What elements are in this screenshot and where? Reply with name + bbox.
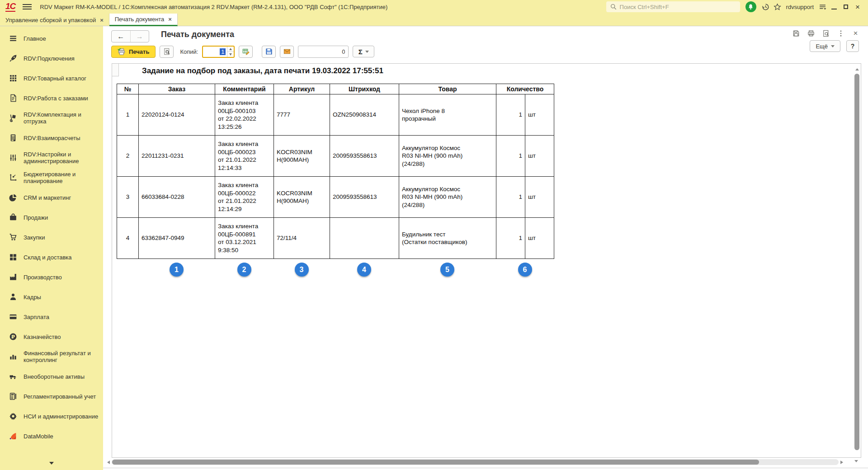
scroll-down-icon[interactable]: [854, 460, 858, 464]
chart-axis-icon: [9, 174, 17, 182]
cell-product: Аккумулятор Космос R03 NI-MH (900 mAh) (…: [399, 177, 496, 218]
cell-qty: 1: [496, 177, 525, 218]
history-icon[interactable]: [760, 1, 772, 12]
col-product: Товар: [399, 84, 496, 94]
horizontal-scrollbar[interactable]: [105, 459, 845, 465]
send-mail-button[interactable]: [280, 46, 294, 58]
vertical-scroll-thumb[interactable]: [854, 74, 859, 450]
sidebar-item-assets[interactable]: Внеоборотные активы: [0, 367, 103, 386]
cell-order: 66033684-0228: [139, 177, 215, 218]
sidebar-item-rdv-shipping[interactable]: RDV:Комплектация и отгрузка: [0, 108, 103, 128]
sidebar-item-rdv-catalog[interactable]: RDV:Товарный каталог: [0, 68, 103, 88]
cell-unit: шт: [525, 136, 554, 177]
cell-num: 4: [117, 218, 139, 259]
sidebar-scroll-down-button[interactable]: [0, 460, 103, 470]
cell-comment: Заказ клиента 00ЦБ-000891 от 03.12.2021 …: [215, 218, 274, 259]
sidebar-item-purchases[interactable]: Закупки: [0, 227, 103, 247]
printer-icon: [118, 48, 125, 56]
more-button[interactable]: Ещё: [810, 40, 840, 52]
main-menu-button[interactable]: [23, 4, 32, 9]
tab-print-document[interactable]: Печать документа ×: [109, 14, 178, 26]
sidebar-item-regulated[interactable]: Регламентированный учет: [0, 386, 103, 406]
factory-icon: [9, 273, 17, 281]
sidebar-item-salary[interactable]: Зарплата: [0, 307, 103, 327]
cell-comment: Заказ клиента 00ЦБ-000023 от 21.01.2022 …: [215, 136, 274, 177]
grid-icon: [9, 74, 17, 82]
vertical-scrollbar[interactable]: [854, 65, 860, 456]
sidebar-item-sales[interactable]: Продажи: [0, 207, 103, 227]
sidebar-item-treasury[interactable]: РКазначейство: [0, 327, 103, 347]
form-window-icons: ×: [790, 28, 862, 38]
sidebar-item-production[interactable]: Производство: [0, 267, 103, 287]
current-user[interactable]: rdvsupport: [786, 4, 814, 10]
table-row: 3 66033684-0228 Заказ клиента 00ЦБ-00002…: [117, 177, 554, 218]
table-header-row: № Заказ Комментарий Артикул Штрихкод Тов…: [117, 84, 554, 94]
search-input[interactable]: [620, 4, 736, 10]
scroll-up-icon[interactable]: [855, 66, 859, 70]
sidebar-item-budgeting[interactable]: Бюджетирование и планирование: [0, 168, 103, 188]
stepper-down-icon[interactable]: [227, 52, 234, 57]
table-settings-button[interactable]: [239, 46, 253, 58]
more-help-group: Ещё ?: [810, 40, 859, 52]
badge-5: 5: [440, 263, 454, 277]
stepper-up-icon[interactable]: [227, 47, 234, 52]
sidebar-item-datamobile[interactable]: DataMobile: [0, 426, 103, 446]
help-button[interactable]: ?: [846, 40, 859, 52]
sidebar-item-rdv-connections[interactable]: RDV:Подключения: [0, 48, 103, 68]
scroll-left-icon[interactable]: [105, 461, 110, 464]
table-row: 1 22020124-0124 Заказ клиента 00ЦБ-00010…: [117, 94, 554, 136]
preview-icon[interactable]: [820, 28, 832, 38]
chevron-down-icon: [831, 45, 835, 49]
tab-assembly-management[interactable]: Управление сборкой и упаковкой ×: [0, 14, 109, 26]
app-title: RDV Маркет RM-KA-MODEL / 1С:Комплексная …: [40, 4, 387, 10]
rocket-icon: [9, 54, 17, 62]
cell-num: 1: [117, 94, 139, 136]
tab-close-icon[interactable]: ×: [168, 16, 172, 23]
badge-1: 1: [170, 263, 184, 277]
sidebar-item-main[interactable]: Главное: [0, 28, 103, 48]
sidebar-item-finresult[interactable]: Финансовый результат и контроллинг: [0, 347, 103, 367]
sidebar-item-nsi[interactable]: НСИ и администрирование: [0, 406, 103, 426]
sidebar-item-crm[interactable]: CRM и маркетинг: [0, 188, 103, 207]
print-button[interactable]: Печать: [111, 46, 156, 58]
global-search[interactable]: [606, 1, 740, 12]
save-document-button[interactable]: [262, 46, 276, 58]
cell-article: KOCR03NIM H(900MAH): [274, 136, 330, 177]
tab-close-icon[interactable]: ×: [100, 17, 104, 24]
close-form-icon[interactable]: ×: [849, 28, 862, 38]
save-icon[interactable]: [790, 28, 802, 38]
back-button[interactable]: ←: [112, 31, 130, 42]
sidebar-item-rdv-admin[interactable]: RDV:Настройки и администрирование: [0, 148, 103, 168]
favorites-star-icon[interactable]: [772, 1, 783, 12]
scroll-right-icon[interactable]: [840, 461, 845, 464]
copies-stepper[interactable]: 1: [202, 46, 235, 58]
print-preview-button[interactable]: [160, 46, 174, 58]
restore-window-button[interactable]: [840, 1, 852, 12]
truck-icon: [9, 372, 17, 381]
badge-3: 3: [295, 263, 309, 277]
spreadsheet-document[interactable]: Задание на подбор под заказы, дата печат…: [112, 63, 861, 458]
sidebar-item-rdv-settlements[interactable]: RDV:Взаиморасчеты: [0, 128, 103, 148]
forward-button[interactable]: →: [130, 31, 149, 42]
print-icon[interactable]: [805, 28, 817, 38]
sum-button[interactable]: Σ: [353, 46, 374, 57]
notifications-icon[interactable]: [745, 1, 756, 12]
close-window-button[interactable]: ×: [852, 1, 863, 12]
cell-comment: Заказ клиента 00ЦБ-000022 от 21.01.2022 …: [215, 177, 274, 218]
cell-order: 63362847-0949: [139, 218, 215, 259]
svg-text:Р: Р: [11, 334, 15, 340]
sidebar-item-warehouse[interactable]: Склад и доставка: [0, 247, 103, 267]
minimize-window-button[interactable]: [828, 1, 840, 12]
ruble-icon: Р: [9, 333, 17, 341]
service-menu-icon[interactable]: [816, 1, 828, 12]
more-dots-icon[interactable]: [835, 28, 847, 38]
sidebar-item-rdv-orders[interactable]: RDV:Работа с заказами: [0, 88, 103, 108]
counter-field[interactable]: [298, 46, 349, 58]
column-number-badges: 1 2 3 4 5 6: [117, 263, 554, 277]
pie-chart-icon: [9, 193, 17, 202]
cell-product: Будильник тест (Остатки поставщиков): [399, 218, 496, 259]
cell-article: 7777: [274, 94, 330, 136]
col-article: Артикул: [274, 84, 330, 94]
sidebar-item-hr[interactable]: Кадры: [0, 287, 103, 307]
horizontal-scroll-thumb[interactable]: [112, 460, 759, 465]
